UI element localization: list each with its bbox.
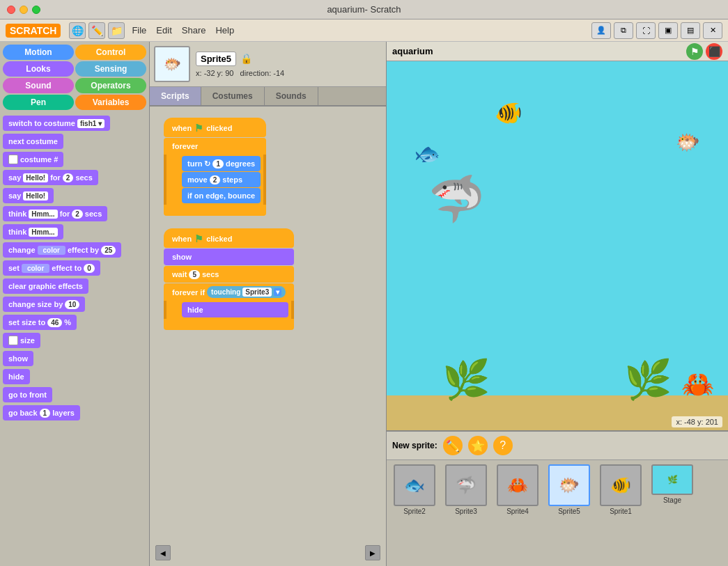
block-think-secs[interactable]: think Hmm... for 2 secs (3, 206, 107, 221)
block-clear-effects[interactable]: clear graphic effects (3, 278, 88, 294)
block-think[interactable]: think Hmm... (3, 224, 63, 239)
scroll-left[interactable]: ◀ (155, 545, 171, 560)
sprite-header: 🐡 Sprite5 🔒 x: -32 y: 90 direction: -14 (150, 42, 386, 87)
block-say-secs[interactable]: say Hello! for 2 secs (3, 170, 98, 185)
tab-scripts[interactable]: Scripts (150, 87, 201, 105)
sprite-x: -32 (204, 69, 215, 77)
sprite-thumb-sprite2[interactable]: 🐟 Sprite2 (391, 464, 438, 515)
sprite-thumb-sprite3[interactable]: 🦈 Sprite3 (442, 464, 490, 515)
sprite-thumb-sprite4[interactable]: 🦀 Sprite4 (494, 464, 541, 515)
block-say[interactable]: say Hello! (3, 188, 54, 203)
block-forever-if-end (164, 319, 294, 330)
tab-sounds[interactable]: Sounds (265, 87, 318, 105)
block-size-reporter[interactable]: size (3, 333, 40, 348)
sprite-img-sprite4: 🦀 (497, 464, 539, 506)
block-go-back[interactable]: go back 1 layers (3, 405, 80, 420)
block-forever-if[interactable]: forever if touching Sprite3 ▾ (164, 283, 294, 301)
category-operators[interactable]: Operators (75, 78, 146, 93)
category-pen[interactable]: Pen (3, 95, 74, 110)
block-row: change color effect by 25 (3, 242, 146, 258)
menu-file[interactable]: File (132, 25, 146, 36)
stage-thumb-img: 🌿 (651, 464, 693, 495)
minimize-button[interactable] (20, 6, 28, 14)
scripts-canvas[interactable]: when ⚑ clicked forever turn ↻ 1 degrees … (150, 107, 386, 566)
scratch-logo: SCRATCH (6, 24, 61, 38)
block-turn[interactable]: turn ↻ 1 degrees (182, 156, 261, 171)
block-change-effect[interactable]: change color effect by 25 (3, 242, 121, 258)
category-sound[interactable]: Sound (3, 78, 74, 93)
block-set-size[interactable]: set size to 46 % (3, 315, 77, 330)
block-forever-body-1: turn ↻ 1 degrees move 2 steps if on edge… (164, 155, 266, 205)
scroll-right[interactable]: ▶ (365, 545, 380, 560)
globe-icon[interactable]: 🌐 (69, 22, 86, 39)
block-row: change size by 10 (3, 297, 146, 312)
category-control[interactable]: Control (75, 45, 146, 60)
block-row: clear graphic effects (3, 278, 146, 294)
paint-sprite-button[interactable]: ✏️ (443, 436, 463, 455)
surprise-sprite-button[interactable]: ⭐ (468, 436, 488, 455)
folder-icon[interactable]: 📁 (108, 22, 125, 39)
layout2-icon[interactable]: ▤ (681, 22, 700, 39)
green-flag-button[interactable]: ⚑ (686, 43, 703, 60)
stage-canvas[interactable]: 🌿 🌿 🐟 🐠 🐡 🦈 🦀 x: -48 y: 201 (387, 61, 728, 430)
crab: 🦀 (681, 369, 714, 400)
block-show-2[interactable]: show (164, 249, 294, 265)
menu-help[interactable]: Help (215, 25, 234, 36)
lock-icon[interactable]: 🔒 (240, 53, 252, 64)
block-row: go to front (3, 387, 146, 402)
edit-icon[interactable]: ✏️ (88, 22, 105, 39)
close-button[interactable] (7, 6, 15, 14)
menu-share[interactable]: Share (182, 25, 206, 36)
block-row: think Hmm... for 2 secs (3, 206, 146, 221)
category-motion[interactable]: Motion (3, 45, 74, 60)
blocks-area: switch to costume fish1 ▾ next costume c… (0, 113, 149, 566)
block-row: set color effect to 0 (3, 260, 146, 276)
person-icon[interactable]: 👤 (591, 22, 611, 39)
category-looks[interactable]: Looks (3, 61, 74, 77)
category-sensing[interactable]: Sensing (75, 61, 146, 77)
block-switch-costume[interactable]: switch to costume fish1 ▾ (3, 116, 110, 131)
sprite-label-sprite3: Sprite3 (455, 508, 477, 515)
block-row: size (3, 333, 146, 348)
block-bounce[interactable]: if on edge, bounce (182, 188, 261, 203)
sprite-thumb-sprite5[interactable]: 🐡 Sprite5 (545, 464, 593, 515)
layout1-icon[interactable]: ▣ (658, 22, 678, 39)
close-icon[interactable]: ✕ (703, 22, 722, 39)
script-2: when ⚑ clicked show wait 5 secs forever … (164, 228, 294, 330)
stage-thumb-label: Stage (663, 496, 681, 504)
block-when-clicked-1[interactable]: when ⚑ clicked (164, 118, 266, 137)
block-hide-2[interactable]: hide (182, 302, 288, 317)
sprite-label-sprite4: Sprite4 (506, 508, 529, 515)
sprite-name[interactable]: Sprite5 (196, 52, 236, 66)
upload-sprite-button[interactable]: ? (493, 436, 513, 455)
category-variables[interactable]: Variables (75, 95, 146, 110)
block-hide[interactable]: hide (3, 369, 30, 384)
block-when-clicked-2[interactable]: when ⚑ clicked (164, 228, 294, 248)
block-change-size[interactable]: change size by 10 (3, 297, 85, 312)
block-show[interactable]: show (3, 351, 33, 366)
block-costume-num[interactable]: costume # (3, 152, 63, 167)
block-forever-1[interactable]: forever (164, 138, 266, 155)
stage-thumb[interactable]: 🌿 Stage (649, 464, 696, 515)
duplicate-icon[interactable]: ⧉ (614, 22, 633, 39)
menu-edit[interactable]: Edit (156, 25, 171, 36)
fullscreen-icon[interactable]: ⛶ (636, 22, 656, 39)
stop-button[interactable]: ⬛ (706, 43, 722, 60)
sprite-thumb-sprite1[interactable]: 🐠 Sprite1 (597, 464, 644, 515)
seaweed-right: 🌿 (624, 357, 672, 402)
sprite-img-sprite2: 🐟 (394, 464, 435, 506)
script-1: when ⚑ clicked forever turn ↻ 1 degrees … (164, 118, 266, 216)
block-move[interactable]: move 2 steps (182, 172, 261, 187)
block-go-to-front[interactable]: go to front (3, 387, 52, 402)
block-wait[interactable]: wait 5 secs (164, 266, 294, 283)
sprites-header: New sprite: ✏️ ⭐ ? (387, 432, 728, 460)
stage-title: aquarium (392, 46, 433, 56)
block-set-effect[interactable]: set color effect to 0 (3, 260, 100, 276)
block-forever-end-1 (164, 205, 266, 216)
fish-purple: 🐠 (495, 100, 522, 126)
categories: Motion Control Looks Sensing Sound Opera… (0, 42, 149, 113)
block-next-costume[interactable]: next costume (3, 134, 63, 149)
sprite-name-row: Sprite5 🔒 (196, 52, 382, 66)
maximize-button[interactable] (32, 6, 40, 14)
tab-costumes[interactable]: Costumes (201, 87, 265, 105)
